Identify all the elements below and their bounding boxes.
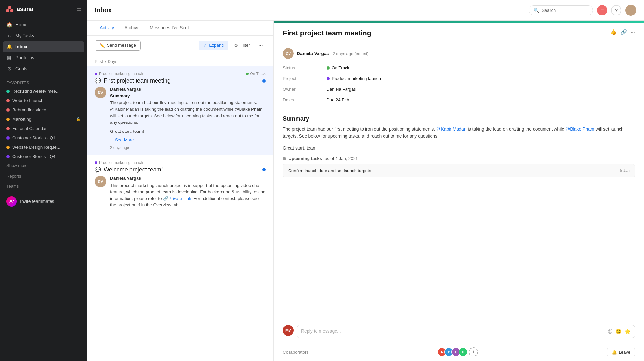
msg-project-2: Product marketing launch <box>95 161 266 165</box>
day-label: Past 7 Days <box>87 55 273 66</box>
tab-messages-sent[interactable]: Messages I've Sent <box>145 21 194 35</box>
sidebar-item-portfolios[interactable]: ▦ Portfolios <box>3 52 84 63</box>
right-body: Summary The project team had our first m… <box>274 109 644 320</box>
msg-body-2: DV Daniela Vargas This product marketing… <box>95 176 266 209</box>
send-message-button[interactable]: ✏️ Send message <box>95 40 141 51</box>
logo-text: asana <box>17 6 33 13</box>
fav-item-website-launch[interactable]: Website Launch <box>3 96 84 105</box>
message-card-1[interactable]: Product marketing launch On Track 💬 Firs… <box>87 66 273 155</box>
fav-dot-marketing <box>6 118 10 121</box>
summary-text: The project team had our first meeting t… <box>283 125 635 140</box>
msg-extra-1: Great start, team! <box>110 128 266 135</box>
home-icon: 🏠 <box>6 22 12 28</box>
sidebar-item-inbox[interactable]: 🔔 Inbox <box>3 41 84 52</box>
portfolios-icon: ▦ <box>6 55 12 61</box>
msg-content-1: Daniela Vargas Summary The project team … <box>110 87 266 150</box>
unread-dot-1 <box>262 79 266 83</box>
message-card-2[interactable]: Product marketing launch 💬 Welcome proje… <box>87 155 273 214</box>
fav-item-editorial[interactable]: Editorial Calendar <box>3 124 84 133</box>
search-input[interactable] <box>542 8 588 13</box>
blake-mention[interactable]: @Blake Pham <box>565 126 594 132</box>
topbar-actions: 🔍 + ? <box>529 5 636 16</box>
fav-item-customer-q1[interactable]: Customer Stories - Q1 <box>3 133 84 142</box>
topbar: Inbox 🔍 + ? <box>87 0 644 21</box>
private-link[interactable]: 🔗Private Link <box>163 196 191 201</box>
sidebar-item-my-tasks[interactable]: ○ My Tasks <box>3 30 84 41</box>
sidebar-header: asana ☰ <box>0 0 87 18</box>
show-more-button[interactable]: Show more <box>0 161 87 170</box>
collapse-sidebar-button[interactable]: ☰ <box>77 5 82 13</box>
msg-project-1: Product marketing launch On Track <box>95 72 266 76</box>
collaborator-avatar-4: D <box>459 347 468 356</box>
sidebar-item-my-tasks-label: My Tasks <box>15 33 34 38</box>
sidebar-item-home[interactable]: 🏠 Home <box>3 19 84 30</box>
reply-input-box[interactable]: Reply to message... @ 🙂 ⭐ <box>297 325 635 338</box>
sidebar-item-inbox-label: Inbox <box>15 44 27 49</box>
msg-summary-label-1: Summary <box>110 93 266 98</box>
add-button[interactable]: + <box>597 5 607 15</box>
search-bar[interactable]: 🔍 <box>529 5 593 15</box>
unread-dot-2 <box>262 168 266 171</box>
msg-text-1: The project team had our first meeting t… <box>110 100 266 126</box>
bell-icon: 🔔 <box>6 44 12 50</box>
right-meta: DV Daniela Vargas 2 days ago (edited) St… <box>274 43 644 109</box>
bell-leave-icon: 🔔 <box>612 350 617 355</box>
msg-project-label-1: Product marketing launch <box>99 72 143 76</box>
msg-author-1: Daniela Vargas <box>110 87 266 92</box>
link-icon[interactable]: 🔗 <box>620 29 627 35</box>
fav-item-rebranding[interactable]: Rebranding video <box>3 105 84 114</box>
kabir-mention[interactable]: @Kabir Madan <box>436 126 467 132</box>
check-icon: ○ <box>6 33 12 39</box>
add-collaborator-button[interactable]: + <box>469 347 478 356</box>
fav-item-customer-q4[interactable]: Customer Stories - Q4 <box>3 152 84 161</box>
leave-button[interactable]: 🔔 Leave <box>607 348 635 356</box>
reports-section-label: Reports <box>0 170 87 180</box>
upcoming-dot <box>283 157 286 160</box>
filter-label: Filter <box>240 43 250 48</box>
msg-avatar-1: DV <box>95 87 106 98</box>
more-detail-icon[interactable]: ··· <box>631 29 635 35</box>
sidebar: asana ☰ 🏠 Home ○ My Tasks 🔔 Inbox ▦ Port… <box>0 0 87 361</box>
emoji-star-icon[interactable]: ⭐ <box>624 328 631 335</box>
emoji-at-icon[interactable]: @ <box>608 328 613 335</box>
filter-button[interactable]: ⚙ Filter <box>231 41 253 50</box>
left-panel: Activity Archive Messages I've Sent ✏️ S… <box>87 21 274 361</box>
send-message-label: Send message <box>107 43 136 48</box>
asana-logo-svg <box>5 5 14 14</box>
fav-dot-customer-q4 <box>6 155 10 158</box>
more-options-button[interactable]: ··· <box>256 40 266 51</box>
tab-archive[interactable]: Archive <box>119 21 145 35</box>
fav-item-recruiting[interactable]: Recruiting weekly mee... <box>3 86 84 96</box>
msg-project-dot-2 <box>95 161 97 164</box>
fav-label-customer-q4: Customer Stories - Q4 <box>12 154 55 159</box>
detail-extra-text: Great start, team! <box>283 144 635 151</box>
thumbs-up-icon[interactable]: 👍 <box>610 29 617 35</box>
see-more-link-1[interactable]: See More <box>115 137 134 142</box>
fav-item-website-design[interactable]: Website Design Reque... <box>3 142 84 152</box>
comment-icon-2: 💬 <box>95 167 101 173</box>
expand-button[interactable]: ⤢ Expand <box>199 41 228 50</box>
task-preview: Confirm launch date and set launch targe… <box>283 164 635 177</box>
fav-item-marketing[interactable]: Marketing 🔒 <box>3 114 84 124</box>
msg-see-more-1[interactable]: ... See More <box>110 137 266 143</box>
msg-title-text-1: First project team meeting <box>104 77 171 84</box>
lock-icon: 🔒 <box>76 117 80 121</box>
fav-dot-website-design <box>6 146 10 149</box>
send-icon: ✏️ <box>99 43 105 48</box>
status-value: On Track <box>327 64 635 72</box>
emoji-smile-icon[interactable]: 🙂 <box>615 328 622 335</box>
sidebar-item-home-label: Home <box>15 22 27 27</box>
project-dot-purple <box>327 77 330 80</box>
inbox-area: Activity Archive Messages I've Sent ✏️ S… <box>87 21 644 361</box>
tab-activity[interactable]: Activity <box>95 21 119 35</box>
user-avatar[interactable] <box>625 5 636 16</box>
right-footer: MV Reply to message... @ 🙂 ⭐ <box>274 320 644 343</box>
reply-placeholder: Reply to message... <box>301 328 341 334</box>
svg-point-2 <box>10 9 13 12</box>
meta-author-name: Daniela Vargas <box>297 51 329 56</box>
fav-label-website-launch: Website Launch <box>12 98 43 103</box>
help-button[interactable]: ? <box>611 5 621 15</box>
sidebar-item-goals[interactable]: ⊙ Goals <box>3 63 84 74</box>
invite-teammates-button[interactable]: Invite teammates <box>3 192 84 210</box>
expand-icon: ⤢ <box>203 43 207 48</box>
